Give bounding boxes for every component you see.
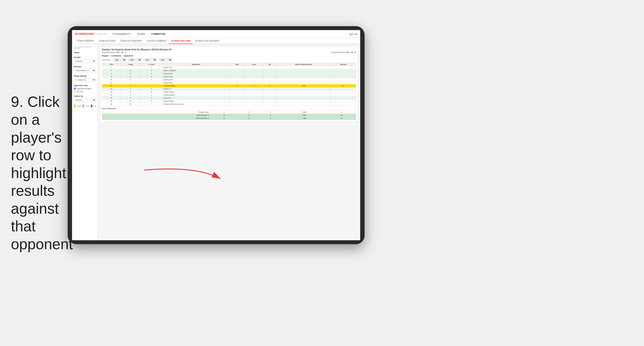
table-cell xyxy=(230,69,245,72)
table-cell xyxy=(230,94,245,97)
table-cell: 6 xyxy=(102,72,120,75)
legend-dot-level xyxy=(82,104,84,108)
sidebar-colour-section: Colour by Win/loss xyxy=(74,95,96,102)
table-row[interactable]: 20117Federica Domecq Lacroze xyxy=(102,103,356,106)
table-cell xyxy=(331,94,356,97)
table-cell: 11 xyxy=(102,81,120,84)
table-cell: Jessica Mason xyxy=(163,94,230,97)
th-diff: Diff Av Strokes/Rnd xyxy=(276,63,330,66)
out-table-row[interactable]: NCAA Division 25007.40010 xyxy=(102,117,356,120)
right-panel: Katelyn Vo Head-to-Head Grid for Women's… xyxy=(98,44,360,240)
table-cell xyxy=(276,66,330,69)
out-cell: 15 xyxy=(210,114,238,117)
sidebar-division-select[interactable]: NCAA Division III xyxy=(74,69,96,72)
sidebar-gender-section: Gender Women's xyxy=(74,56,96,63)
sidebar-division-section: Division NCAA Division III xyxy=(74,66,96,72)
table-row[interactable]: 522Alexis Sudjianto xyxy=(102,69,356,72)
th-tie: Tie xyxy=(263,63,276,66)
filter-conference-select[interactable]: (All) xyxy=(144,58,157,61)
table-cell xyxy=(263,97,276,100)
table-cell: 1 xyxy=(120,84,140,87)
table-cell: 1 xyxy=(120,72,140,75)
sidebar-gender-select[interactable]: Women's xyxy=(74,59,96,63)
out-cell: 2 xyxy=(328,111,356,114)
table-row[interactable]: 11Heeju Hyun xyxy=(102,81,356,84)
filter-opponent-select[interactable]: (All) xyxy=(159,58,172,61)
table-cell: 7 xyxy=(140,103,162,106)
sidebar-gender-label: Gender xyxy=(74,56,96,58)
out-table-row[interactable]: NAIA Division 115009.26730 xyxy=(102,114,356,117)
table-cell xyxy=(140,81,162,84)
table-cell xyxy=(230,78,245,81)
table-cell xyxy=(230,100,245,103)
subnav-player-h2h-grid[interactable]: PLAYER H2H GRID xyxy=(169,38,193,44)
table-cell: 19 xyxy=(102,100,120,103)
th-opponent: Opponent xyxy=(163,63,230,66)
table-row[interactable]: 1585Stella Chang xyxy=(102,90,356,94)
table-cell xyxy=(276,94,330,97)
legend-dot-down xyxy=(74,104,76,108)
subnav-player-h2h-heatmap[interactable]: PLAYER H2H HEATMAP xyxy=(193,38,222,44)
nav-tournaments[interactable]: TOURNAMENTS xyxy=(111,32,132,36)
sidebar-radio-top100[interactable]: Top 100 xyxy=(74,90,96,92)
logo-sub: Powered by clippi xyxy=(95,33,107,35)
table-cell xyxy=(230,97,245,100)
sidebar-colour-label: Colour by xyxy=(74,95,96,97)
overall-record: Overall Record: 353 - 34 - 6 xyxy=(102,51,126,53)
table-cell: -3.00 xyxy=(276,84,330,87)
filter-region-label: Region xyxy=(102,55,109,57)
table-row[interactable]: 1691Jessica Mason xyxy=(102,94,356,97)
table-cell: 2 xyxy=(140,97,162,100)
table-row[interactable]: 1474Eunice Yi xyxy=(102,87,356,90)
filter-opponents-select[interactable]: (All) xyxy=(113,58,126,61)
table-cell xyxy=(230,66,245,69)
table-cell: 6 xyxy=(140,100,162,103)
table-cell xyxy=(245,78,263,81)
table-cell: 9 xyxy=(102,75,120,78)
sign-out-link[interactable]: Sign out xyxy=(349,33,358,35)
table-row[interactable]: 19106Emily Chang xyxy=(102,100,356,103)
legend-label-up: Up xyxy=(94,105,96,107)
out-table-row[interactable]: Foreign Team1004.5002 xyxy=(102,111,356,114)
sub-nav: TEAM SUMMARY TEAM H2H GRID TEAM H2H HEAT… xyxy=(72,38,360,44)
table-cell xyxy=(276,90,330,94)
table-row[interactable]: 131Jessica Huang010-3.002 xyxy=(102,84,356,87)
table-cell: 15 xyxy=(102,90,120,94)
out-cell: 1 xyxy=(210,111,238,114)
table-cell xyxy=(331,72,356,75)
sidebar-colour-select[interactable]: Win/loss xyxy=(74,98,96,102)
table-cell: 5 xyxy=(140,90,162,94)
sidebar-radio-opponents-played[interactable]: Opponents Played xyxy=(74,87,96,90)
subnav-team-h2h-grid[interactable]: TEAM H2H GRID xyxy=(96,38,118,44)
table-cell: Eunice Yi xyxy=(163,87,230,90)
subnav-player-summary[interactable]: PLAYER SUMMARY xyxy=(144,38,169,44)
table-row[interactable]: 1063Andrea York xyxy=(102,78,356,81)
table-row[interactable]: 914Sharon Mun xyxy=(102,75,356,78)
sidebar-player-rank-select[interactable]: 8. Katelyn Vo xyxy=(74,78,96,82)
table-cell: Euna Lee xyxy=(163,97,230,100)
table-cell xyxy=(120,81,140,84)
nav-teams[interactable]: TEAMS xyxy=(136,32,146,36)
table-row[interactable]: 1822Euna Lee xyxy=(102,97,356,100)
record-row: Overall Record: 353 - 34 - 6 Division Re… xyxy=(102,51,356,53)
table-cell: 9 xyxy=(120,94,140,97)
table-cell xyxy=(331,100,356,103)
subnav-team-summary[interactable]: TEAM SUMMARY xyxy=(74,38,96,44)
out-cell: 0 xyxy=(238,114,260,117)
out-cell: 4.500 xyxy=(281,111,328,114)
table-cell: 16 xyxy=(102,94,120,97)
table-row[interactable]: 613Sydney Kuo xyxy=(102,72,356,75)
subnav-team-h2h-heatmap[interactable]: TEAM H2H HEATMAP xyxy=(118,38,144,44)
table-cell xyxy=(245,72,263,75)
table-row[interactable]: 31Esther Lee xyxy=(102,66,356,69)
table-cell xyxy=(245,69,263,72)
nav-committee[interactable]: COMMITTEE xyxy=(150,32,166,36)
sidebar-timestamp: Last Updated: 27/03/2024 16:55:38 xyxy=(74,46,96,49)
sidebar-division-label: Division xyxy=(74,66,96,68)
filter-region-select[interactable]: (All) xyxy=(128,58,142,61)
sidebar-player-rank-section: Player (Rank) 8. Katelyn Vo xyxy=(74,75,96,82)
table-cell xyxy=(263,100,276,103)
table-cell: Alexis Sudjianto xyxy=(163,69,230,72)
table-cell: 2 xyxy=(331,84,356,87)
table-cell xyxy=(263,81,276,84)
